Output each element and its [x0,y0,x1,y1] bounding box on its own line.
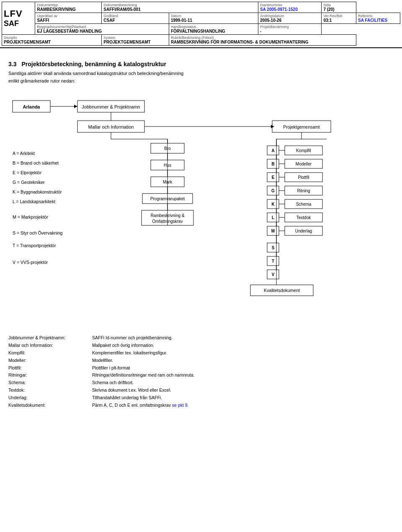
svg-text:Textdok: Textdok [296,215,311,220]
reference-value: SA FACILITIES [358,18,398,23]
def-desc: Schema och driftkort. [92,379,394,387]
approved-value: CSAF [103,18,167,23]
svg-text:A: A [271,148,274,153]
def-row: Plottfil: Plottfiler i plt-format [8,364,394,372]
svg-text:A = Arkitekt: A = Arkitekt [13,151,35,156]
def-desc: Mallpaket och övrig information. [92,342,394,349]
reference-label: Referens [358,14,398,18]
building-label: Byggnadsnummer/titel/Markanl. [37,25,167,29]
approved-label: Godkänd [103,14,167,18]
change-date-label: Ändringsdatum [260,14,320,18]
org-chart: Arlanda Jobbnummer & Projektnamn Mallar … [8,92,394,328]
svg-text:Komplfil: Komplfil [296,148,311,153]
def-desc: Modellfiler. [92,357,394,364]
def-term: Kvalitetsdokument: [8,402,92,409]
rev-value: 03:1 [323,18,354,23]
def-row: Underlag: Tillhandahållet underlag från … [8,394,394,402]
def-row: Schema: Schema och driftkort. [8,379,394,387]
doc-type-value: RAMBESKRIVNING [37,7,100,12]
doc-id-value: SAFFI/RAM/05-001 [103,7,256,12]
svg-marker-3 [74,105,77,108]
def-term: Textdok: [8,387,92,394]
svg-text:E = Elprojektör: E = Elprojektör [13,170,42,175]
svg-text:Ritning: Ritning [297,189,310,193]
def-desc: SAFFi Id-nummer och projektbenämning. [92,334,394,342]
logo-saf: SAF [4,19,33,28]
document-body: 3.3 Projektörsbeteckning, benämning & ka… [0,48,402,416]
def-link: se pkt 9. [172,403,189,408]
svg-text:K = Byggnadskonstruktör: K = Byggnadskonstruktör [13,189,62,194]
section-intro: Samtliga aktörer skall använda samordnad… [8,70,394,85]
svg-text:Jobbnummer & Projektnamn: Jobbnummer & Projektnamn [82,104,140,109]
def-term: Plottfil: [8,364,92,372]
def-term: Underlag: [8,394,92,402]
header-table: LFV SAF Dokumenttyp RAMBESKRIVNING Dokum… [2,2,400,46]
def-desc: Tillhandahållet underlag från SAFFi. [92,394,394,402]
definitions-section: Jobbnummer & Projektnamn: SAFFi Id-numme… [8,334,394,409]
created-by-label: Upprättad av [37,14,100,18]
def-term: Jobbnummer & Projektnamn: [8,334,92,342]
org-chart-svg: Arlanda Jobbnummer & Projektnamn Mallar … [8,92,394,327]
def-row: Textdok: Skrivna dokument t.ex. Word ell… [8,387,394,394]
def-desc: Pärm A, C, D och E enl. omfattningskrav … [92,402,394,409]
date-value: 1999-01-11 [171,18,256,23]
def-desc: Ritningar/definitionsritningar med ram o… [92,372,394,379]
def-desc: Plottfiler i plt-format [92,364,394,372]
def-row: Jobbnummer & Projektnamn: SAFFi Id-numme… [8,334,394,342]
svg-text:K: K [271,202,275,207]
def-term: Komplfil: [8,349,92,357]
def-term: Schema: [8,379,92,387]
discipline-label: Disciplin [4,36,100,40]
svg-text:Underlag: Underlag [295,229,312,233]
svg-text:S: S [272,245,275,250]
doc-type-label: Dokumenttyp [37,3,100,7]
rubrik-label: Rubrik/Beskrivning (Fritext) [171,36,354,40]
svg-text:B = Brand och säkerhet: B = Brand och säkerhet [13,160,59,165]
def-desc: Skrivna dokument t.ex. Word eller Excel. [92,387,394,394]
def-row: Modeller: Modellfiler. [8,357,394,364]
system-value: PROJEKTGEMENSAMT [103,40,167,44]
svg-text:V = VVS-projektör: V = VVS-projektör [13,260,48,265]
doc-id-label: Dokumentbeteckning [103,3,256,7]
svg-text:G: G [271,189,275,193]
rubrik-value: RAMBESKRIVNING FÖR INFORMATIONS- & DOKUM… [171,40,354,44]
date-label: Datum [171,14,256,18]
svg-text:T = Transportprojektör: T = Transportprojektör [13,243,56,248]
svg-text:M: M [271,229,275,233]
def-desc: Komplementfiler tex. lokaliseringsfigur. [92,349,394,357]
def-term: Ritningar: [8,372,92,379]
discipline-value: PROJEKTGEMENSAMT [4,40,100,44]
handling-status-value: FÖRVALTNINGSHANDLING [171,29,256,34]
def-row: Komplfil: Komplementfiler tex. lokaliser… [8,349,394,357]
section-title: Projektörsbeteckning, benämning & katalo… [21,61,166,67]
svg-text:Kvalitetsdokument: Kvalitetsdokument [264,288,300,293]
svg-text:B: B [271,162,274,166]
rev-label: Ver.Rev/Bet [323,14,354,18]
svg-text:Projektgemensamt: Projektgemensamt [283,124,320,129]
project-value: - [260,29,320,34]
svg-text:S = Styr och Övervakning: S = Styr och Övervakning [13,230,63,235]
svg-text:M = Markprojektör: M = Markprojektör [13,214,48,220]
svg-text:Arlanda: Arlanda [23,104,41,109]
svg-text:G = Geotekniker: G = Geotekniker [13,180,45,185]
created-by-value: SAFFI [37,18,100,23]
system-label: System [103,36,167,40]
diary-value: SA 2005-0971-1520 [260,7,320,12]
handling-status-label: Handlingsstatus [171,25,256,29]
def-row: Mallar och Information: Mallpaket och öv… [8,342,394,349]
change-date-value: 2005-10-26 [260,18,320,23]
document-header: LFV SAF Dokumenttyp RAMBESKRIVNING Dokum… [0,0,402,48]
svg-text:L: L [272,215,274,220]
page-value: 7 (20) [323,7,354,12]
svg-text:Modeller: Modeller [296,162,312,166]
page-label: Sida [323,3,354,7]
ej-label: EJ LÄGESBESTÄMD HANDLING [37,29,167,34]
project-label: Projektbenämning [260,25,320,29]
svg-text:E: E [272,175,275,180]
def-term: Modeller: [8,357,92,364]
svg-text:Schema: Schema [296,202,312,207]
svg-text:V: V [272,272,275,277]
def-row: Kvalitetsdokument: Pärm A, C, D och E en… [8,402,394,409]
svg-text:L = Landskapsarkitekt: L = Landskapsarkitekt [13,199,55,204]
section-number: 3.3 [8,61,16,67]
